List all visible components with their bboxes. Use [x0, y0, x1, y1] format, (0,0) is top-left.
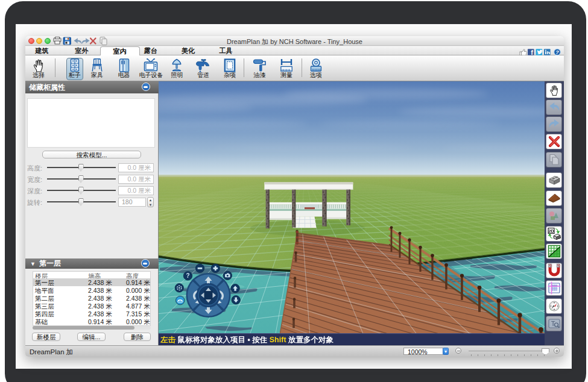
svg-text:2D: 2D: [548, 228, 554, 234]
svg-text:?: ?: [186, 272, 189, 279]
svg-text:左击 鼠标将对象放入项目 • 按住 Shift 放置多个对象: 左击 鼠标将对象放入项目 • 按住 Shift 放置多个对象: [160, 335, 334, 343]
svg-text:f: f: [531, 49, 533, 56]
svg-text:?: ?: [555, 49, 559, 55]
svg-text:3D: 3D: [557, 235, 561, 239]
